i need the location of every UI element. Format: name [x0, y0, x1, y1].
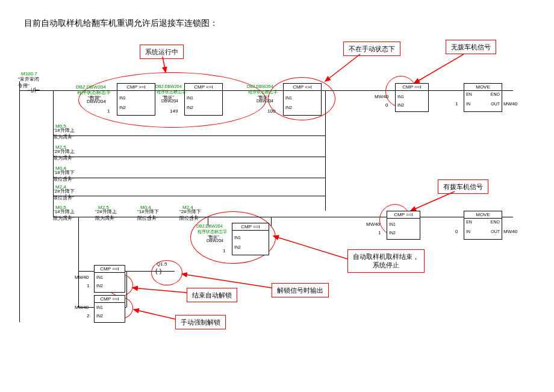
annotation-sample-end: 自动取样机取样结束， 系统停止	[347, 249, 425, 273]
lbl-v1-1: 1	[107, 108, 110, 114]
svg-line-3	[411, 191, 455, 211]
block-cmp-le-1: CMP <=I IN1 IN2	[184, 83, 223, 116]
block-move-2: MOVE EN ENO IN OUT	[464, 211, 502, 240]
block-move-1: MOVE EN ENO IN OUT	[464, 83, 502, 112]
lbl-v1-2: 1	[223, 248, 225, 254]
lbl-v1-3: 1	[378, 230, 381, 235]
lbl-v0-1: 0	[385, 102, 388, 108]
r3-v1	[78, 217, 79, 307]
branch2	[53, 157, 325, 157]
c2-m2-4-sym: ⊣ ⊢	[188, 214, 201, 220]
rung2-line	[53, 217, 513, 217]
c-m2-5-sym: ⊣ ⊢	[61, 154, 74, 160]
branch1	[53, 135, 325, 136]
branch-v2	[325, 90, 326, 211]
annotation-manual-unlock: 手动强制解锁	[175, 315, 226, 329]
lbl-v0-move2: 0	[455, 229, 458, 234]
annotation-has-car-signal: 有拨车机信号	[438, 179, 488, 194]
block-cmp-eq-5: CMP ==I IN1 IN2	[94, 295, 125, 323]
power-rail-left	[19, 81, 20, 322]
c-m2-4-sym: ⊣ ⊢	[61, 193, 74, 199]
svg-line-4	[273, 236, 347, 259]
lbl-v2-5: 2	[87, 313, 89, 319]
c2-m2-5-sym: ⊣ ⊢	[104, 214, 116, 220]
lbl-dbw-4: DBW204	[207, 238, 223, 243]
branch4	[53, 196, 325, 196]
block-cmp-eq-3: CMP ==I IN1 IN2	[387, 211, 420, 240]
svg-line-1	[325, 54, 360, 81]
lbl-dbw-3: DBW204	[257, 99, 273, 103]
c2-m0-4-sym: ⊣ ⊢	[146, 214, 158, 220]
svg-line-6	[134, 310, 175, 319]
svg-line-5	[132, 288, 187, 293]
c2-m0-5-sym: ⊣ ⊢	[61, 214, 74, 220]
block-cmp-ne-1: CMP <>I IN1 IN2	[283, 83, 322, 116]
annotation-unlock-out: 解锁信号时输出	[272, 283, 329, 297]
block-cmp-eq-2: CMP ==I IN1 IN2	[232, 223, 269, 255]
lbl-mw40-move2: MW40	[503, 229, 517, 234]
c-m0-5-sym: ⊣ ⊢	[61, 132, 74, 139]
r3-v2	[126, 271, 127, 307]
annotation-not-manual: 不在手动状态下	[343, 42, 400, 56]
branch3	[53, 178, 325, 178]
svg-line-7	[182, 274, 272, 288]
lbl-db2-2: DB2.DBW204	[155, 84, 182, 89]
r2-pv-right	[271, 217, 272, 226]
annotation-sys-running: 系统运行中	[140, 45, 184, 59]
q15-paren: ( )	[155, 267, 161, 275]
lbl-v149: 149	[170, 108, 178, 114]
diagram-title: 目前自动取样机给翻车机重调允许后退接车连锁图：	[24, 18, 218, 29]
block-cmp-ge-1: CMP >=I IN1 IN2	[117, 83, 155, 116]
c-m0-4-sym: ⊣ ⊢	[61, 175, 74, 181]
annotation-no-car-signal: 无拨车机信号	[446, 40, 496, 54]
lbl-db2-4: DB2.DBW204	[196, 224, 223, 228]
lbl-dbw-2: DBW204	[161, 99, 178, 103]
lbl-v1-move1: 1	[455, 101, 458, 107]
lbl-mw40-5: MW40	[75, 305, 89, 310]
svg-line-2	[414, 54, 464, 83]
q15-addr: Q1.5	[157, 261, 167, 267]
block-cmp-eq-1: CMP ==I IN1 IN2	[395, 83, 429, 112]
r2-pv-left	[208, 217, 208, 226]
lbl-db2-3: DB2.DBW204	[247, 84, 273, 89]
lbl-mw40-1: MW40	[375, 94, 388, 99]
lbl-v1-4: 1	[87, 283, 89, 288]
annotation-end-unlock: 结束自动解锁	[187, 288, 237, 302]
lbl-mw40-move1: MW40	[503, 101, 517, 107]
lbl-v100: 100	[267, 108, 275, 114]
block-cmp-eq-4: CMP ==I IN1 IN2	[94, 265, 125, 293]
contact-m100-7-sym: ⊣/⊢	[26, 87, 40, 95]
lbl-mw40-3: MW40	[366, 222, 380, 227]
lbl-dbw-1: DBW204	[87, 99, 106, 104]
lbl-mw40-4: MW40	[75, 275, 89, 280]
